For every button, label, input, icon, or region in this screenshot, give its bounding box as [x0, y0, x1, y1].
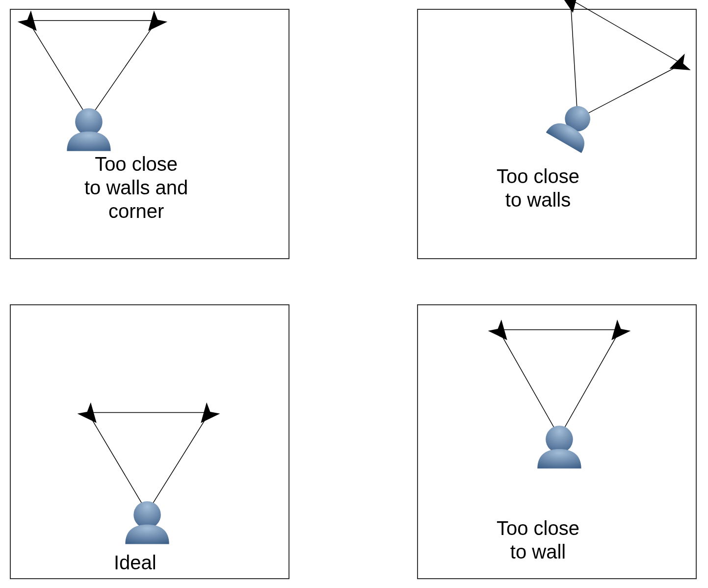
- listener-icon: [125, 501, 169, 544]
- listening-triangle: [498, 330, 620, 437]
- listening-triangle: [28, 21, 157, 119]
- speaker-left-icon: [488, 320, 514, 346]
- listener-icon: [67, 108, 110, 151]
- panel-top-right: Too close to walls: [417, 9, 697, 259]
- panel-bottom-right: Too close to wall: [417, 304, 697, 579]
- caption-top-right: Too close to walls: [497, 164, 579, 212]
- panel-bottom-left: Ideal: [10, 304, 289, 579]
- scene-bottom-left: [11, 305, 288, 578]
- svg-point-3: [546, 426, 573, 453]
- listener-icon: [546, 98, 602, 153]
- caption-bottom-left: Ideal: [114, 551, 157, 574]
- listener-icon: [537, 426, 581, 468]
- caption-bottom-right: Too close to wall: [497, 516, 579, 563]
- svg-point-2: [133, 501, 161, 529]
- speaker-left-icon: [78, 402, 104, 428]
- scene-top-right: [418, 10, 696, 258]
- listening-triangle: [521, 0, 682, 150]
- listening-triangle: [88, 412, 210, 512]
- speaker-left-icon: [18, 10, 44, 36]
- caption-top-left: Too close to walls and corner: [84, 152, 188, 223]
- svg-point-0: [75, 108, 103, 135]
- speaker-right-icon: [605, 320, 631, 346]
- panel-top-left: Too close to walls and corner: [10, 9, 289, 259]
- speaker-right-icon: [194, 402, 220, 428]
- speaker-right-icon: [141, 10, 167, 36]
